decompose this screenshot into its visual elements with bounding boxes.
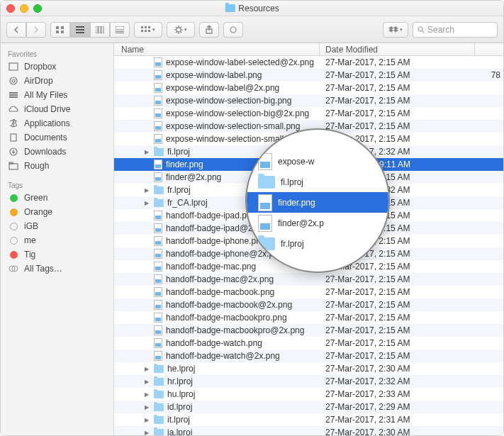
sidebar-item-label: Downloads xyxy=(24,147,66,157)
svg-rect-15 xyxy=(148,26,150,28)
magnifier-label: finder@2x.p xyxy=(278,218,324,228)
file-row[interactable]: handoff-badge-watch.png27-Mar-2017, 2:15… xyxy=(114,337,503,350)
sidebar-item-airdrop[interactable]: AirDrop xyxy=(1,74,113,88)
file-row[interactable]: expose-window-selection-big@2x.png27-Mar… xyxy=(114,107,503,120)
action-button[interactable]: ▾ xyxy=(167,22,195,38)
file-date: 27-Mar-2017, 2:15 AM xyxy=(320,325,475,335)
image-file-icon xyxy=(154,121,162,131)
zoom-button[interactable] xyxy=(33,4,42,13)
file-row[interactable]: handoff-badge-macbookpro@2x.png27-Mar-20… xyxy=(114,324,503,337)
sidebar-item-label: Rough xyxy=(24,161,49,171)
back-button[interactable] xyxy=(6,22,26,38)
forward-button[interactable] xyxy=(26,22,46,38)
svg-rect-9 xyxy=(101,26,103,33)
search-field[interactable]: Search xyxy=(413,22,498,38)
file-row[interactable]: ▶it.lproj27-Mar-2017, 2:31 AM xyxy=(114,413,503,426)
sidebar-item-applications[interactable]: AApplications xyxy=(1,116,113,130)
list-view-button[interactable] xyxy=(70,22,90,38)
svg-rect-14 xyxy=(145,26,147,28)
file-name: expose-window-label-selected@2x.png xyxy=(166,57,314,67)
file-name: expose-window-label@2x.png xyxy=(166,83,279,93)
file-row[interactable]: expose-window-selection-big.png27-Mar-20… xyxy=(114,94,503,107)
magnifier-label: fr.lproj xyxy=(281,239,304,249)
image-file-icon xyxy=(154,351,162,361)
magnifier-row: fr.lproj xyxy=(247,233,388,254)
image-file-icon xyxy=(258,215,272,232)
sidebar-item-label: Green xyxy=(24,193,47,203)
sidebar-tag-green[interactable]: Green xyxy=(1,191,113,205)
sidebar-item-dropbox[interactable]: Dropbox xyxy=(1,60,113,74)
file-row[interactable]: ▶hr.lproj27-Mar-2017, 2:32 AM xyxy=(114,375,503,388)
file-row[interactable]: ▶hu.lproj27-Mar-2017, 2:33 AM xyxy=(114,388,503,401)
icon-view-button[interactable] xyxy=(50,22,70,38)
file-row[interactable]: handoff-badge-watch@2x.png27-Mar-2017, 2… xyxy=(114,350,503,362)
file-date: 27-Mar-2017, 2:15 AM xyxy=(320,274,475,284)
svg-rect-34 xyxy=(9,162,13,164)
disclosure-triangle-icon[interactable]: ▶ xyxy=(145,417,150,423)
file-name: hu.lproj xyxy=(167,389,195,399)
file-date: 27-Mar-2017, 2:30 AM xyxy=(320,427,475,435)
file-row[interactable]: handoff-badge-macbookpro.png27-Mar-2017,… xyxy=(114,311,503,324)
share-button[interactable] xyxy=(199,22,219,38)
sidebar-item-rough[interactable]: Rough xyxy=(1,159,113,173)
file-row[interactable]: ▶he.lproj27-Mar-2017, 2:30 AM xyxy=(114,362,503,375)
file-name: ja.lproj xyxy=(167,427,192,435)
sidebar-item-label: AirDrop xyxy=(24,76,53,86)
sidebar-tag-igb[interactable]: iGB xyxy=(1,219,113,233)
file-name: id.lproj xyxy=(167,402,192,412)
sidebar-tag-me[interactable]: me xyxy=(1,233,113,247)
arrange-button[interactable]: ▾ xyxy=(134,22,162,38)
disclosure-triangle-icon[interactable]: ▶ xyxy=(145,200,150,206)
image-file-icon xyxy=(154,70,162,80)
disclosure-triangle-icon[interactable]: ▶ xyxy=(145,149,150,155)
sidebar-item-downloads[interactable]: Downloads xyxy=(1,145,113,159)
sidebar-tag-all-tags-[interactable]: All Tags… xyxy=(1,262,113,276)
file-date: 27-Mar-2017, 2:15 AM xyxy=(320,351,475,361)
magnifier-row: fi.lproj xyxy=(247,172,388,192)
sidebar-item-icloud-drive[interactable]: iCloud Drive xyxy=(1,102,113,116)
toolbar: ▾ ▾ ▾ Search xyxy=(1,16,503,43)
tags-button[interactable] xyxy=(223,22,243,38)
disclosure-triangle-icon[interactable]: ▶ xyxy=(145,187,150,194)
file-row[interactable]: handoff-badge-macbook@2x.png27-Mar-2017,… xyxy=(114,298,503,311)
file-name: finder.png xyxy=(166,160,203,169)
sidebar-tag-orange[interactable]: Orange xyxy=(1,205,113,219)
tag-dot-icon xyxy=(8,193,19,203)
sidebar-item-label: Tig xyxy=(24,250,35,259)
sidebar-item-all-my-files[interactable]: All My Files xyxy=(1,88,113,102)
dropbox-button[interactable]: ▾ xyxy=(383,22,408,38)
search-placeholder: Search xyxy=(427,25,454,35)
folder-icon xyxy=(154,378,164,386)
close-button[interactable] xyxy=(6,4,15,13)
disclosure-triangle-icon[interactable]: ▶ xyxy=(145,404,150,410)
file-name: handoff-badge-iphone.png xyxy=(166,236,266,246)
minimize-button[interactable] xyxy=(20,4,28,13)
file-name: expose-window-selection-small.png xyxy=(166,121,300,131)
file-row[interactable]: handoff-badge-mac@2x.png27-Mar-2017, 2:1… xyxy=(114,273,503,286)
disclosure-triangle-icon[interactable]: ▶ xyxy=(145,391,150,398)
disclosure-triangle-icon[interactable]: ▶ xyxy=(145,366,150,372)
file-row[interactable]: expose-window-label@2x.png27-Mar-2017, 2… xyxy=(114,82,503,94)
file-row[interactable]: handoff-badge-macbook.png27-Mar-2017, 2:… xyxy=(114,286,503,298)
svg-line-23 xyxy=(422,31,424,33)
file-row[interactable]: ▶ja.lproj27-Mar-2017, 2:30 AM xyxy=(114,426,503,435)
sidebar-item-documents[interactable]: Documents xyxy=(1,130,113,145)
file-row[interactable]: expose-window-label.png27-Mar-2017, 2:15… xyxy=(114,69,503,82)
tag-dot-icon xyxy=(8,207,19,217)
col-date[interactable]: Date Modified xyxy=(320,43,475,55)
column-view-button[interactable] xyxy=(90,22,110,38)
file-date: 27-Mar-2017, 2:15 AM xyxy=(320,313,475,323)
file-date: 27-Mar-2017, 2:15 AM xyxy=(320,121,475,131)
svg-point-26 xyxy=(12,79,15,82)
sidebar-tag-tig[interactable]: Tig xyxy=(1,247,113,262)
file-row[interactable]: expose-window-label-selected@2x.png27-Ma… xyxy=(114,56,503,69)
file-row[interactable]: ▶id.lproj27-Mar-2017, 2:29 AM xyxy=(114,401,503,413)
magnifier-row: finder@2x.p xyxy=(247,213,388,233)
svg-point-21 xyxy=(230,27,236,33)
col-name[interactable]: Name xyxy=(114,43,320,55)
disclosure-triangle-icon[interactable]: ▶ xyxy=(145,430,150,436)
view-group xyxy=(50,22,130,38)
file-date: 27-Mar-2017, 2:15 AM xyxy=(320,338,475,348)
disclosure-triangle-icon[interactable]: ▶ xyxy=(145,379,150,385)
coverflow-view-button[interactable] xyxy=(110,22,130,38)
